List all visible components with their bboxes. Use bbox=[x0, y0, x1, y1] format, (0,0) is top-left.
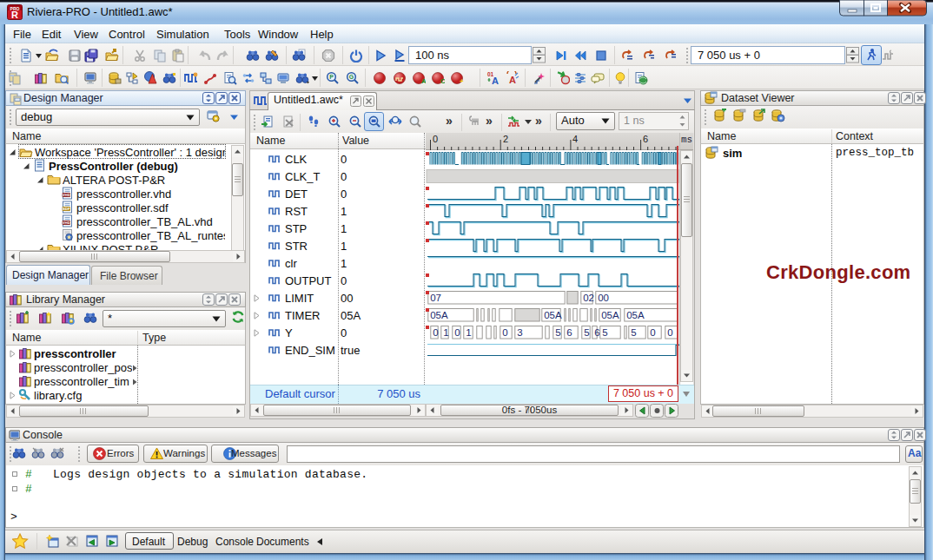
svg-text:5: 5 bbox=[602, 327, 607, 338]
svg-text:R: R bbox=[11, 10, 18, 20]
svg-text:05A: 05A bbox=[601, 310, 619, 320]
svg-text:P: P bbox=[329, 74, 334, 80]
svg-text:05A: 05A bbox=[626, 310, 645, 320]
svg-text:+: + bbox=[460, 77, 464, 85]
svg-text:A: A bbox=[509, 75, 516, 85]
svg-text:0: 0 bbox=[667, 327, 672, 338]
svg-text:0: 0 bbox=[433, 327, 438, 338]
svg-text:VHD: VHD bbox=[63, 193, 70, 197]
svg-text:A: A bbox=[492, 76, 499, 85]
svg-text:6: 6 bbox=[643, 134, 648, 144]
svg-text:6: 6 bbox=[566, 327, 572, 338]
svg-text:1: 1 bbox=[466, 327, 471, 338]
svg-text:0: 0 bbox=[502, 327, 507, 338]
svg-text:5: 5 bbox=[555, 327, 560, 338]
svg-text:5: 5 bbox=[584, 327, 589, 338]
svg-text:6: 6 bbox=[594, 327, 599, 338]
svg-text:SDF: SDF bbox=[63, 207, 70, 211]
svg-text:2: 2 bbox=[503, 134, 508, 144]
svg-text:05A: 05A bbox=[544, 310, 562, 320]
svg-text:VHD: VHD bbox=[63, 221, 70, 225]
svg-text:4: 4 bbox=[572, 134, 578, 144]
svg-text:1: 1 bbox=[443, 327, 448, 338]
svg-text:0: 0 bbox=[433, 134, 438, 144]
svg-text:A: A bbox=[421, 77, 426, 85]
svg-text:07: 07 bbox=[430, 293, 441, 303]
svg-text:0: 0 bbox=[650, 327, 655, 338]
svg-text:C: C bbox=[440, 77, 445, 85]
svg-text:5: 5 bbox=[631, 327, 636, 338]
svg-text:05A: 05A bbox=[430, 310, 448, 320]
svg-text:00: 00 bbox=[598, 293, 609, 303]
svg-text:0: 0 bbox=[454, 327, 460, 338]
svg-text:02: 02 bbox=[583, 293, 594, 303]
svg-text:G: G bbox=[349, 74, 354, 80]
svg-text:3: 3 bbox=[517, 327, 522, 338]
